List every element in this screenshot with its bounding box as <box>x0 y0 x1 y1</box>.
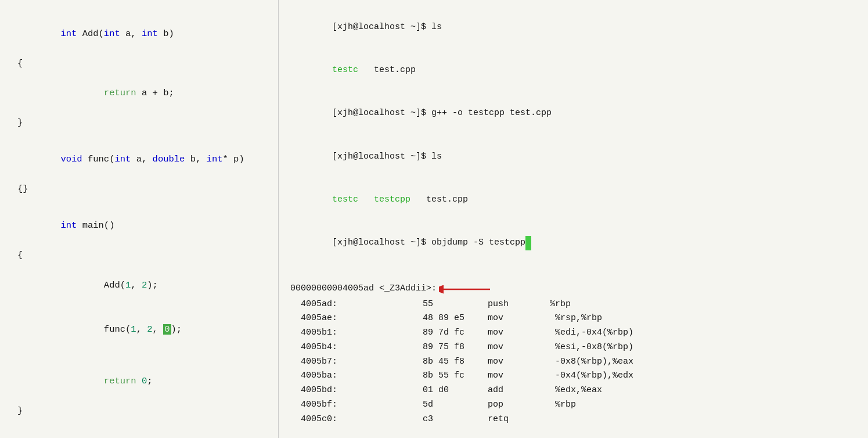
num-1: 1 <box>125 280 131 290</box>
terminal-line-1: [xjh@localhost ~]$ ls <box>290 6 856 49</box>
code-line-4: } <box>17 116 266 131</box>
code-line-9: Add(1, 2); <box>17 263 266 308</box>
asm-row-1-1: 4005ad: 55 push %rbp <box>290 297 856 312</box>
code-line-10: func(1, 2, 0); <box>17 308 266 353</box>
kw-int-2: int <box>104 28 120 39</box>
asm-row-1-9: 4005c0: c3 retq <box>290 412 856 427</box>
gap-asm-2 <box>290 426 856 437</box>
asm-row-1-7: 4005bd: 01 d0 add %edx,%eax <box>290 383 856 398</box>
terminal-text-6a: [xjh@localhost ~]$ objdump -S testcpp <box>332 238 525 247</box>
code-line-6: {} <box>17 182 266 197</box>
kw-double: double <box>153 154 185 164</box>
num-null-highlight: 0 <box>163 324 171 335</box>
asm-row-1-4: 4005b4: 89 75 f8 mov %esi,-0x8(%rbp) <box>290 340 856 355</box>
code-line-3: return a + b; <box>17 71 266 116</box>
kw-int-1: int <box>60 28 77 39</box>
num-4: 2 <box>147 324 152 335</box>
terminal-text-1: [xjh@localhost ~]$ ls <box>332 22 442 32</box>
num-2: 2 <box>142 280 147 290</box>
code-block: int Add(int a, int b) { return a + b; } … <box>17 12 266 419</box>
terminal-line-5: testc testcpp test.cpp <box>290 178 856 221</box>
asm-row-1-2: 4005ae: 48 89 e5 mov %rsp,%rbp <box>290 311 856 326</box>
terminal-line-6: [xjh@localhost ~]$ objdump -S testcpp <box>290 221 856 264</box>
terminal-line-4: [xjh@localhost ~]$ ls <box>290 135 856 178</box>
asm-row-1-6: 4005ba: 8b 55 fc mov -0x4(%rbp),%edx <box>290 369 856 383</box>
kw-int-3: int <box>142 28 158 39</box>
terminal-section: [xjh@localhost ~]$ ls testc test.cpp [xj… <box>290 6 856 265</box>
terminal-text-2a: testc <box>332 65 358 75</box>
terminal-text-5b <box>358 195 374 204</box>
terminal-text-5c: testcpp <box>374 195 410 204</box>
gap-2 <box>17 197 266 204</box>
right-panel: [xjh@localhost ~]$ ls testc test.cpp [xj… <box>279 0 868 438</box>
red-arrow-1 <box>439 281 491 297</box>
terminal-text-4: [xjh@localhost ~]$ ls <box>332 152 442 161</box>
gap-3 <box>17 352 266 359</box>
code-line-5: void func(int a, double b, int* p) <box>17 138 266 182</box>
gap-1 <box>17 131 266 138</box>
asm-header-1: 00000000004005ad <_Z3Addii>: <box>290 281 856 297</box>
kw-void: void <box>60 154 82 164</box>
terminal-text-5a: testc <box>332 195 358 204</box>
code-line-7: int main() <box>17 204 266 249</box>
kw-return-2: return <box>104 376 136 386</box>
asm-row-1-5: 4005b7: 8b 45 f8 mov -0x8(%rbp),%eax <box>290 355 856 369</box>
asm-row-1-3: 4005b1: 89 7d fc mov %edi,-0x4(%rbp) <box>290 326 856 340</box>
code-line-8: { <box>17 248 266 263</box>
terminal-line-2: testc test.cpp <box>290 49 856 92</box>
gap-asm <box>290 268 856 279</box>
left-panel-code: int Add(int a, int b) { return a + b; } … <box>0 0 279 438</box>
code-line-12: } <box>17 404 266 419</box>
kw-int-5: int <box>207 154 223 164</box>
kw-int-4: int <box>114 154 131 164</box>
code-line-2: { <box>17 56 266 71</box>
kw-return-1: return <box>104 88 136 98</box>
asm-row-1-8: 4005bf: 5d pop %rbp <box>290 398 856 412</box>
terminal-text-3: [xjh@localhost ~]$ g++ -o testcpp test.c… <box>332 108 552 118</box>
terminal-line-3: [xjh@localhost ~]$ g++ -o testcpp test.c… <box>290 92 856 135</box>
terminal-text-5d: test.cpp <box>410 195 468 204</box>
terminal-cursor <box>525 236 531 250</box>
asm-header-text-1: 00000000004005ad <_Z3Addii>: <box>290 282 437 296</box>
terminal-text-2b: test.cpp <box>358 65 416 75</box>
main-container: int Add(int a, int b) { return a + b; } … <box>0 0 868 438</box>
code-line-11: return 0; <box>17 359 266 404</box>
code-line-1: int Add(int a, int b) <box>17 12 266 56</box>
num-5: 0 <box>142 376 147 386</box>
asm-block-1: 00000000004005ad <_Z3Addii>: 4005ad: 55 <box>290 281 856 427</box>
num-3: 1 <box>131 324 136 335</box>
kw-int-6: int <box>60 220 77 231</box>
